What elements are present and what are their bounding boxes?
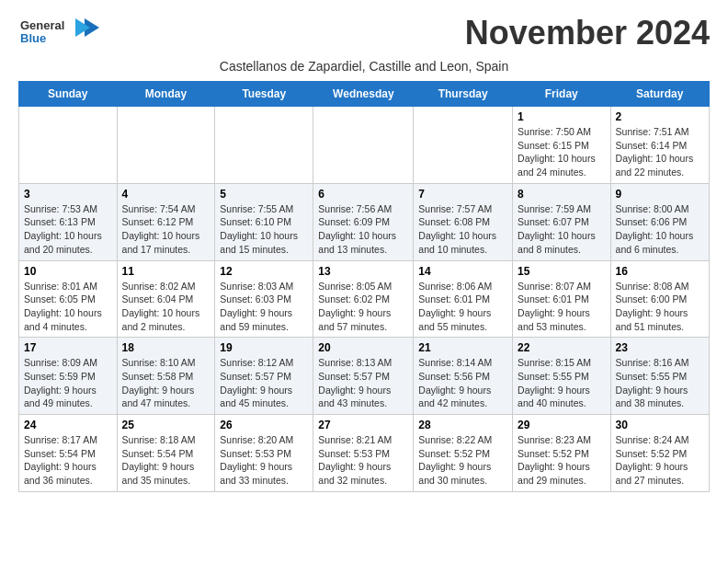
header-wednesday: Wednesday — [313, 82, 414, 107]
day-number: 15 — [518, 265, 606, 278]
day-number: 18 — [122, 341, 210, 354]
day-info: Sunrise: 8:22 AMSunset: 5:52 PMDaylight:… — [418, 433, 507, 488]
day-info: Sunrise: 7:59 AMSunset: 6:07 PMDaylight:… — [518, 202, 606, 257]
day-number: 19 — [220, 341, 308, 354]
calendar-cell — [313, 107, 414, 184]
calendar-cell — [215, 107, 313, 184]
calendar-week-2: 3Sunrise: 7:53 AMSunset: 6:13 PMDaylight… — [19, 183, 710, 260]
day-info: Sunrise: 8:02 AMSunset: 6:04 PMDaylight:… — [122, 280, 210, 334]
calendar-cell: 24Sunrise: 8:17 AMSunset: 5:54 PMDayligh… — [19, 415, 118, 492]
day-info: Sunrise: 7:56 AMSunset: 6:09 PMDaylight:… — [318, 202, 408, 257]
day-info: Sunrise: 8:20 AMSunset: 5:53 PMDaylight:… — [220, 433, 308, 488]
calendar-cell: 20Sunrise: 8:13 AMSunset: 5:57 PMDayligh… — [313, 338, 414, 415]
calendar-cell: 21Sunrise: 8:14 AMSunset: 5:56 PMDayligh… — [414, 338, 513, 415]
calendar-cell: 22Sunrise: 8:15 AMSunset: 5:55 PMDayligh… — [513, 338, 611, 415]
day-number: 21 — [418, 341, 507, 354]
day-info: Sunrise: 8:05 AMSunset: 6:02 PMDaylight:… — [318, 280, 408, 334]
day-info: Sunrise: 7:53 AMSunset: 6:13 PMDaylight:… — [24, 202, 112, 257]
header-thursday: Thursday — [414, 82, 513, 107]
calendar-cell: 8Sunrise: 7:59 AMSunset: 6:07 PMDaylight… — [513, 183, 611, 260]
logo: General Blue — [18, 15, 101, 55]
month-title: November 2024 — [465, 15, 710, 52]
calendar-cell: 25Sunrise: 8:18 AMSunset: 5:54 PMDayligh… — [117, 415, 215, 492]
calendar-cell: 27Sunrise: 8:21 AMSunset: 5:53 PMDayligh… — [313, 415, 414, 492]
calendar-cell: 5Sunrise: 7:55 AMSunset: 6:10 PMDaylight… — [215, 183, 313, 260]
calendar-cell: 3Sunrise: 7:53 AMSunset: 6:13 PMDaylight… — [19, 183, 118, 260]
svg-text:General: General — [20, 18, 64, 32]
day-info: Sunrise: 8:16 AMSunset: 5:55 PMDaylight:… — [616, 356, 704, 410]
calendar-cell: 15Sunrise: 8:07 AMSunset: 6:01 PMDayligh… — [513, 260, 611, 338]
day-info: Sunrise: 8:23 AMSunset: 5:52 PMDaylight:… — [518, 433, 606, 488]
calendar-cell: 19Sunrise: 8:12 AMSunset: 5:57 PMDayligh… — [215, 338, 313, 415]
day-number: 13 — [318, 265, 408, 278]
calendar-cell: 11Sunrise: 8:02 AMSunset: 6:04 PMDayligh… — [117, 260, 215, 338]
day-info: Sunrise: 8:13 AMSunset: 5:57 PMDaylight:… — [318, 356, 408, 410]
calendar-cell: 23Sunrise: 8:16 AMSunset: 5:55 PMDayligh… — [610, 338, 709, 415]
day-info: Sunrise: 7:55 AMSunset: 6:10 PMDaylight:… — [220, 202, 308, 257]
svg-text:Blue: Blue — [20, 31, 46, 45]
day-info: Sunrise: 7:57 AMSunset: 6:08 PMDaylight:… — [418, 202, 507, 257]
day-number: 16 — [616, 265, 704, 278]
day-info: Sunrise: 7:54 AMSunset: 6:12 PMDaylight:… — [122, 202, 210, 257]
day-number: 26 — [220, 419, 308, 431]
day-number: 12 — [220, 265, 308, 278]
day-number: 30 — [616, 419, 704, 431]
day-number: 27 — [318, 419, 408, 431]
day-number: 1 — [518, 110, 606, 123]
calendar-cell: 2Sunrise: 7:51 AMSunset: 6:14 PMDaylight… — [610, 107, 709, 184]
calendar-cell — [414, 107, 513, 184]
header: General Blue November 2024 — [18, 15, 710, 55]
calendar-cell: 12Sunrise: 8:03 AMSunset: 6:03 PMDayligh… — [215, 260, 313, 338]
day-info: Sunrise: 7:50 AMSunset: 6:15 PMDaylight:… — [518, 125, 606, 179]
calendar-cell: 28Sunrise: 8:22 AMSunset: 5:52 PMDayligh… — [414, 415, 513, 492]
day-info: Sunrise: 8:09 AMSunset: 5:59 PMDaylight:… — [24, 356, 112, 410]
calendar-cell: 17Sunrise: 8:09 AMSunset: 5:59 PMDayligh… — [19, 338, 118, 415]
day-info: Sunrise: 8:00 AMSunset: 6:06 PMDaylight:… — [616, 202, 704, 257]
calendar-cell: 6Sunrise: 7:56 AMSunset: 6:09 PMDaylight… — [313, 183, 414, 260]
day-info: Sunrise: 8:24 AMSunset: 5:52 PMDaylight:… — [616, 433, 704, 488]
day-info: Sunrise: 7:51 AMSunset: 6:14 PMDaylight:… — [616, 125, 704, 179]
day-info: Sunrise: 8:12 AMSunset: 5:57 PMDaylight:… — [220, 356, 308, 410]
day-number: 2 — [616, 110, 704, 123]
calendar-cell — [19, 107, 118, 184]
day-info: Sunrise: 8:18 AMSunset: 5:54 PMDaylight:… — [122, 433, 210, 488]
day-info: Sunrise: 8:01 AMSunset: 6:05 PMDaylight:… — [24, 280, 112, 334]
header-tuesday: Tuesday — [215, 82, 313, 107]
calendar-cell: 26Sunrise: 8:20 AMSunset: 5:53 PMDayligh… — [215, 415, 313, 492]
calendar-cell: 18Sunrise: 8:10 AMSunset: 5:58 PMDayligh… — [117, 338, 215, 415]
calendar-table: Sunday Monday Tuesday Wednesday Thursday… — [18, 81, 710, 492]
day-number: 3 — [24, 188, 112, 201]
day-number: 24 — [24, 419, 112, 431]
logo-text: General Blue — [18, 15, 101, 55]
weekday-header-row: Sunday Monday Tuesday Wednesday Thursday… — [19, 82, 710, 107]
day-number: 4 — [122, 188, 210, 201]
day-number: 9 — [616, 188, 704, 201]
calendar-cell: 9Sunrise: 8:00 AMSunset: 6:06 PMDaylight… — [610, 183, 709, 260]
calendar-week-1: 1Sunrise: 7:50 AMSunset: 6:15 PMDaylight… — [19, 107, 710, 184]
day-number: 11 — [122, 265, 210, 278]
day-number: 8 — [518, 188, 606, 201]
day-number: 23 — [616, 341, 704, 354]
day-number: 29 — [518, 419, 606, 431]
header-monday: Monday — [117, 82, 215, 107]
calendar-cell: 16Sunrise: 8:08 AMSunset: 6:00 PMDayligh… — [610, 260, 709, 338]
page: General Blue November 2024 Castellanos d… — [0, 0, 728, 511]
calendar-cell: 13Sunrise: 8:05 AMSunset: 6:02 PMDayligh… — [313, 260, 414, 338]
calendar-cell: 4Sunrise: 7:54 AMSunset: 6:12 PMDaylight… — [117, 183, 215, 260]
day-number: 10 — [24, 265, 112, 278]
day-info: Sunrise: 8:10 AMSunset: 5:58 PMDaylight:… — [122, 356, 210, 410]
calendar-cell: 14Sunrise: 8:06 AMSunset: 6:01 PMDayligh… — [414, 260, 513, 338]
day-info: Sunrise: 8:07 AMSunset: 6:01 PMDaylight:… — [518, 280, 606, 334]
day-info: Sunrise: 8:06 AMSunset: 6:01 PMDaylight:… — [418, 280, 507, 334]
day-number: 17 — [24, 341, 112, 354]
day-number: 28 — [418, 419, 507, 431]
calendar-week-4: 17Sunrise: 8:09 AMSunset: 5:59 PMDayligh… — [19, 338, 710, 415]
day-number: 6 — [318, 188, 408, 201]
day-number: 7 — [418, 188, 507, 201]
calendar-cell: 29Sunrise: 8:23 AMSunset: 5:52 PMDayligh… — [513, 415, 611, 492]
header-sunday: Sunday — [19, 82, 118, 107]
header-friday: Friday — [513, 82, 611, 107]
day-info: Sunrise: 8:17 AMSunset: 5:54 PMDaylight:… — [24, 433, 112, 488]
calendar-cell: 7Sunrise: 7:57 AMSunset: 6:08 PMDaylight… — [414, 183, 513, 260]
day-number: 25 — [122, 419, 210, 431]
